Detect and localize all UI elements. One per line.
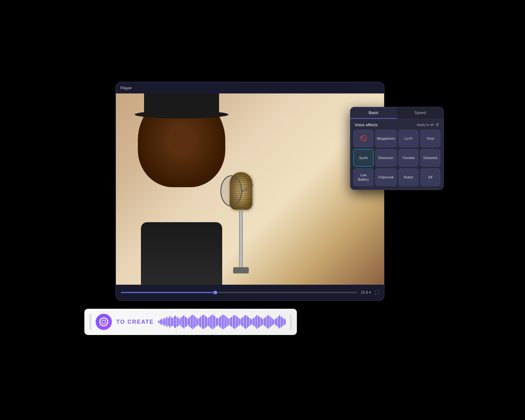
waveform-bar — [188, 318, 189, 325]
apply-all-text: Apply to all — [417, 123, 433, 127]
waveform-bar — [210, 316, 211, 328]
waveform-bar — [206, 317, 207, 327]
audio-end-cap — [290, 314, 292, 330]
waveform-bar — [275, 319, 276, 325]
voice-effect-electronic[interactable]: Electronic — [375, 149, 397, 167]
waveform-bar — [191, 316, 192, 328]
voice-effects-grid: 🚫 Megaphone Lo-Fi Vinyl Synth Electronic… — [350, 130, 443, 190]
woman-hat — [144, 93, 219, 112]
tab-speed[interactable]: Speed — [397, 107, 443, 119]
voice-effect-robot[interactable]: Robot — [398, 168, 418, 186]
no-effect-icon: 🚫 — [360, 135, 367, 142]
synth-label: Synth — [359, 156, 368, 160]
voice-effect-chipmunk[interactable]: Chipmunk — [375, 168, 397, 186]
waveform-bar — [228, 319, 229, 325]
voice-effect-elf[interactable]: Elf — [420, 168, 440, 186]
refresh-icon[interactable]: ↺ — [435, 122, 439, 127]
robot-label: Robot — [404, 175, 413, 179]
waveform-bar — [212, 315, 212, 329]
waveform-bar — [265, 317, 266, 327]
waveform-bar — [186, 318, 187, 326]
lo-fi-label: Lo-Fi — [405, 136, 412, 141]
waveform-bar — [158, 321, 159, 323]
waveform-bar — [185, 317, 186, 327]
waveform-bar — [165, 318, 166, 325]
voice-effect-tremble[interactable]: Tremble — [398, 149, 418, 167]
waveform-bar — [276, 318, 277, 326]
waveform-bar — [205, 316, 206, 328]
waveform-bar — [195, 317, 196, 327]
tab-basic[interactable]: Basic — [350, 107, 397, 119]
waveform-bar — [216, 318, 217, 327]
waveform-bar — [245, 315, 246, 329]
waveform-bar — [267, 316, 268, 328]
waveform-bar — [168, 318, 169, 326]
voice-effect-synth[interactable]: Synth — [353, 149, 373, 167]
vinyl-label: Vinyl — [427, 136, 434, 141]
waveform-bar — [238, 318, 239, 326]
player-window: Player — [116, 82, 384, 301]
waveform-bar — [203, 315, 204, 329]
waveform-bar — [172, 318, 173, 326]
timeline-track[interactable] — [121, 292, 357, 293]
player-title: Player — [120, 86, 132, 90]
waveform-bar — [269, 316, 270, 328]
waveform-bar — [262, 319, 263, 325]
fullscreen-button[interactable]: ⛶ — [375, 290, 379, 295]
waveform-bar — [174, 317, 175, 327]
video-frame — [116, 93, 384, 285]
waveform-bar — [282, 318, 283, 327]
waveform-bar — [251, 319, 252, 324]
woman-body — [141, 222, 222, 285]
waveform-bar — [247, 316, 248, 328]
waveform-bar — [231, 317, 232, 327]
waveform-bar — [222, 315, 222, 328]
waveform-bar — [213, 315, 214, 328]
voice-effect-low-battery[interactable]: Low Battery — [353, 168, 373, 186]
apply-all-group: Apply to all ↺ — [417, 122, 439, 127]
waveform-bar — [268, 315, 269, 328]
tremble-label: Tremble — [402, 156, 415, 160]
voice-effect-distorted[interactable]: Distorted — [420, 149, 440, 167]
waveform-bar — [196, 318, 197, 326]
mic-base — [233, 267, 249, 273]
waveform-bar — [255, 316, 256, 328]
megaphone-label: Megaphone — [377, 136, 395, 141]
waveform-bar — [241, 318, 242, 326]
waveform-bar — [279, 315, 280, 328]
waveform-bar — [226, 317, 227, 327]
timeline-bar: 16:9 ▾ ⛶ — [116, 285, 384, 300]
voice-effect-none[interactable]: 🚫 — [353, 130, 373, 147]
timeline-thumb — [213, 291, 217, 294]
waveform-bar — [171, 318, 172, 327]
waveform-bar — [278, 317, 279, 327]
voice-effects-panel: Basic Speed Voice effects Apply to all ↺… — [350, 107, 444, 190]
waveform-bar — [192, 315, 193, 329]
elf-label: Elf — [428, 175, 432, 179]
audio-track-label: TO CREATE — [116, 319, 154, 325]
waveform-bar — [182, 316, 183, 328]
waveform-bar — [224, 315, 225, 328]
waveform-bar — [164, 318, 165, 326]
waveform-bar — [259, 317, 260, 327]
waveform-bar — [273, 320, 274, 324]
waveform-bar — [283, 318, 284, 325]
waveform-bar — [219, 318, 220, 327]
waveform-bar — [227, 318, 228, 326]
voice-effect-vinyl[interactable]: Vinyl — [420, 130, 440, 147]
distorted-label: Distorted — [423, 156, 437, 160]
voice-effect-megaphone[interactable]: Megaphone — [375, 130, 397, 147]
mic-head — [230, 172, 252, 210]
waveform-bar — [230, 318, 231, 326]
waveform-bar — [234, 315, 235, 329]
waveform-bar — [200, 317, 201, 327]
waveform-bar — [181, 317, 182, 327]
voice-panel-header: Voice effects Apply to all ↺ — [350, 119, 443, 130]
timeline-ratio[interactable]: 16:9 ▾ — [361, 290, 371, 295]
player-titlebar: Player — [116, 82, 384, 93]
waveform-bar — [264, 318, 265, 325]
waveform-bar — [244, 316, 245, 328]
waveform-bar — [199, 318, 200, 326]
voice-effect-lo-fi[interactable]: Lo-Fi — [398, 130, 418, 147]
waveform-bar — [236, 316, 237, 328]
